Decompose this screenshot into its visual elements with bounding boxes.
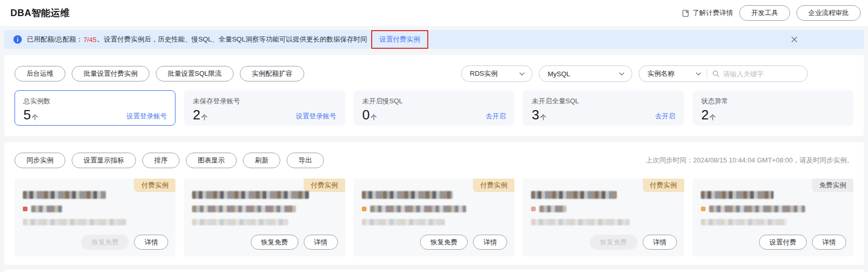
overview-toolbar-buttons: 后台运维 批量设置付费实例 批量设置SQL限流 实例配额扩容 <box>15 66 304 81</box>
stat-card-unsaved-accounts[interactable]: 未保存登录账号 2个 设置登录账号 <box>184 90 345 126</box>
set-display-metrics-button[interactable]: 设置显示指标 <box>72 153 136 168</box>
header-actions: 了解计费详情 开发工具 企业流程审批 <box>682 5 861 21</box>
stat-value: 3 <box>532 107 539 123</box>
instances-toolbar-buttons: 同步实例 设置显示指标 排序 图表显示 刷新 导出 <box>15 153 324 168</box>
quota-expand-button[interactable]: 实例配额扩容 <box>240 66 304 81</box>
stat-value: 5 <box>23 107 31 123</box>
stat-unit: 个 <box>201 114 208 121</box>
close-icon[interactable] <box>791 36 797 43</box>
search-icon <box>712 70 720 77</box>
status-dot <box>362 207 367 211</box>
instance-card: 付费实例 恢复免费 详情 <box>15 179 175 256</box>
divider <box>707 69 707 78</box>
stat-label: 未保存登录账号 <box>193 97 336 106</box>
overview-toolbar: 后台运维 批量设置付费实例 批量设置SQL限流 实例配额扩容 RDS实例 MyS… <box>15 65 853 82</box>
page-header: DBA智能运维 了解计费详情 开发工具 企业流程审批 <box>0 0 868 26</box>
dev-tools-button[interactable]: 开发工具 <box>739 5 790 21</box>
paid-instance-badge: 付费实例 <box>134 179 175 192</box>
stat-label: 状态异常 <box>701 97 845 106</box>
stat-cards-row: 总实例数 5个 设置登录账号 未保存登录账号 2个 设置登录账号 未开启慢SQL… <box>15 90 853 126</box>
overview-filters: RDS实例 MySQL 实例名称 <box>461 65 853 82</box>
set-login-account-link[interactable]: 设置登录账号 <box>296 112 336 122</box>
backend-ops-button[interactable]: 后台运维 <box>15 66 65 81</box>
stat-unit: 个 <box>371 114 377 121</box>
set-login-account-link[interactable]: 设置登录账号 <box>126 112 167 122</box>
paid-instance-badge: 付费实例 <box>304 179 345 192</box>
stat-card-total-instances[interactable]: 总实例数 5个 设置登录账号 <box>15 90 175 126</box>
stat-unit: 个 <box>540 114 547 121</box>
stat-value: 2 <box>701 107 709 123</box>
details-button[interactable]: 详情 <box>134 235 168 250</box>
redacted-instance-name <box>531 191 617 199</box>
instance-cards-row: 付费实例 恢复免费 详情 付费实例 恢复免费 详情 <box>15 179 853 256</box>
batch-set-paid-button[interactable]: 批量设置付费实例 <box>72 66 150 81</box>
stat-card-full-sql-off[interactable]: 未开启全量SQL 3个 去开启 <box>523 90 684 126</box>
go-enable-link[interactable]: 去开启 <box>655 112 675 122</box>
info-icon <box>13 35 22 44</box>
redacted-instance-meta <box>23 219 127 225</box>
set-paid-button[interactable]: 设置付费 <box>759 235 807 250</box>
redacted-status-text <box>370 206 466 212</box>
chevron-down-icon <box>519 72 525 76</box>
redacted-instance-name <box>23 191 106 199</box>
next-panel-edge <box>4 269 864 272</box>
sync-time-label: 上次同步时间： <box>646 156 693 164</box>
sync-instances-button[interactable]: 同步实例 <box>15 153 65 168</box>
redacted-status-text <box>192 206 296 212</box>
instance-card: 付费实例 恢复免费 详情 <box>184 179 345 256</box>
redacted-instance-meta <box>531 219 630 225</box>
go-enable-link[interactable]: 去开启 <box>485 112 506 122</box>
status-dot <box>23 207 28 211</box>
billing-doc-icon <box>682 9 689 17</box>
restore-free-button: 恢复免费 <box>590 235 638 250</box>
details-button[interactable]: 详情 <box>304 235 338 250</box>
chart-display-button[interactable]: 图表显示 <box>186 153 237 168</box>
details-button[interactable]: 详情 <box>812 235 846 250</box>
restore-free-button[interactable]: 恢复免费 <box>251 235 299 250</box>
engine-select[interactable]: MySQL <box>539 65 632 82</box>
engine-value: MySQL <box>548 70 570 78</box>
instance-card: 免费实例 设置付费 详情 <box>693 179 853 256</box>
stat-value: 0 <box>362 107 370 123</box>
stat-card-slow-sql-off[interactable]: 未开启慢SQL 0个 去开启 <box>354 90 514 126</box>
banner-text: 已用配额/总配额： 7/45 。设置付费实例后，历史性能、慢SQL、全量SQL洞… <box>27 35 367 44</box>
free-instance-badge: 免费实例 <box>812 179 853 192</box>
search-field-select[interactable]: 实例名称 <box>647 69 701 78</box>
annotation-highlight-box: 设置付费实例 <box>371 30 428 49</box>
sync-time-value: 2024/08/15 10:44:04 GMT+08:00，请及时同步实例。 <box>693 156 853 164</box>
stat-card-abnormal-status[interactable]: 状态异常 2个 <box>693 90 853 126</box>
instance-card: 付费实例 恢复免费 详情 <box>354 179 514 256</box>
restore-free-button[interactable]: 恢复免费 <box>420 235 468 250</box>
restore-free-button: 恢复免费 <box>81 235 129 250</box>
refresh-button[interactable]: 刷新 <box>243 153 280 168</box>
search-input[interactable] <box>723 70 801 78</box>
learn-billing-link[interactable]: 了解计费详情 <box>682 8 733 18</box>
learn-billing-label: 了解计费详情 <box>693 8 733 18</box>
details-button[interactable]: 详情 <box>473 235 507 250</box>
stat-label: 总实例数 <box>23 97 167 106</box>
redacted-instance-meta <box>362 219 445 225</box>
search-combo: 实例名称 <box>639 65 808 82</box>
set-paid-instance-link[interactable]: 设置付费实例 <box>379 35 420 44</box>
quota-value: 7/45 <box>84 36 97 44</box>
quota-label: 已用配额/总配额： <box>27 35 83 44</box>
stat-label: 未开启全量SQL <box>532 97 675 106</box>
overview-panel: 后台运维 批量设置付费实例 批量设置SQL限流 实例配额扩容 RDS实例 MyS… <box>4 55 864 136</box>
banner-message: 。设置付费实例后，历史性能、慢SQL、全量SQL洞察等功能可以提供更长的数据保存… <box>97 35 367 44</box>
instance-type-select[interactable]: RDS实例 <box>461 65 533 82</box>
redacted-instance-name <box>701 191 774 199</box>
details-button[interactable]: 详情 <box>643 235 677 250</box>
redacted-instance-name <box>192 191 309 199</box>
redacted-instance-meta <box>701 219 786 225</box>
redacted-status-text <box>31 206 62 212</box>
batch-sql-throttle-button[interactable]: 批量设置SQL限流 <box>156 66 234 81</box>
instance-card: 付费实例 恢复免费 详情 <box>523 179 684 256</box>
instance-type-value: RDS实例 <box>470 69 497 78</box>
chevron-down-icon <box>696 72 701 76</box>
redacted-instance-meta <box>192 219 288 225</box>
sort-button[interactable]: 排序 <box>142 153 180 168</box>
export-button[interactable]: 导出 <box>287 153 324 168</box>
enterprise-approval-button[interactable]: 企业流程审批 <box>796 5 861 21</box>
stat-label: 未开启慢SQL <box>362 97 506 106</box>
stat-value: 2 <box>193 107 200 123</box>
